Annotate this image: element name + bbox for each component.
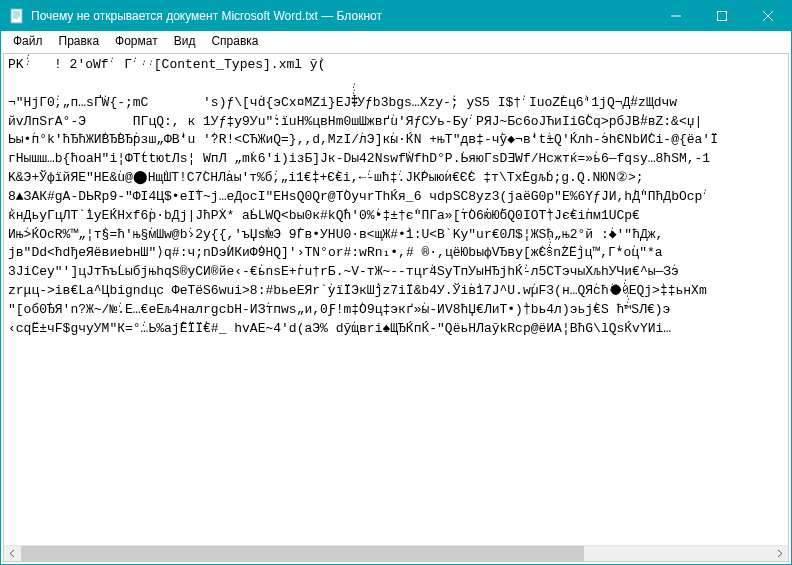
svg-rect-6 (718, 12, 727, 21)
notepad-window: Почему не открывается документ Microsoft… (0, 0, 792, 565)
notepad-icon (9, 8, 25, 24)
titlebar: Почему не открывается документ Microsoft… (1, 1, 791, 31)
menubar: Файл Правка Формат Вид Справка (1, 31, 791, 51)
menu-format[interactable]: Формат (107, 32, 166, 50)
scrollbar-thumb[interactable] (21, 546, 584, 561)
text-editor[interactable]: PKࠥࠥ ࠥ ! 2'oWfࠥ Гࠥ ࠥ ࠥ[Content_Types].xm… (3, 53, 789, 545)
menu-file[interactable]: Файл (5, 32, 51, 50)
menu-view[interactable]: Вид (166, 32, 204, 50)
close-button[interactable] (745, 1, 791, 31)
window-controls (653, 1, 791, 31)
maximize-button[interactable] (699, 1, 745, 31)
scroll-right-arrow[interactable] (771, 545, 788, 562)
horizontal-scrollbar[interactable] (3, 545, 789, 562)
menu-help[interactable]: Справка (203, 32, 266, 50)
scrollbar-track[interactable] (21, 546, 771, 561)
minimize-button[interactable] (653, 1, 699, 31)
menu-edit[interactable]: Правка (51, 32, 108, 50)
scroll-left-arrow[interactable] (4, 545, 21, 562)
window-title: Почему не открывается документ Microsoft… (31, 9, 653, 23)
content-area: PKࠥࠥ ࠥ ! 2'oWfࠥ Гࠥ ࠥ ࠥ[Content_Types].xm… (1, 51, 791, 564)
